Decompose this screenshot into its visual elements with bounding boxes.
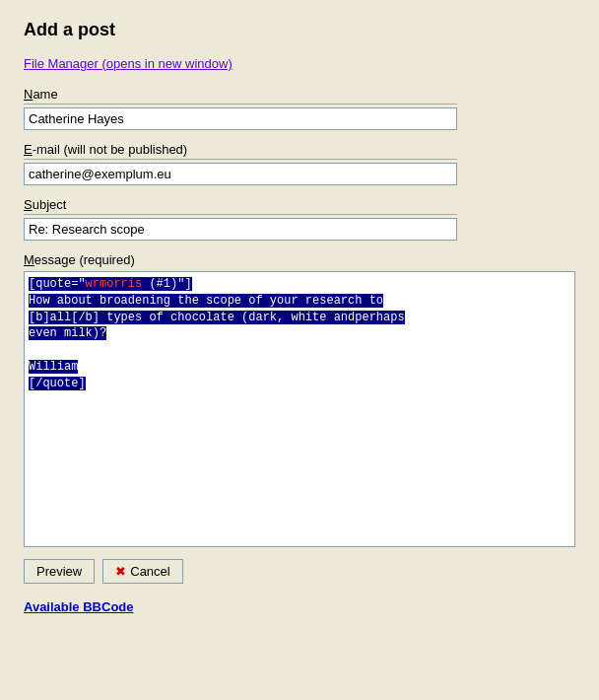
message-label-underline: M — [24, 252, 34, 267]
message-label: Message (required) — [24, 252, 575, 267]
message-textarea[interactable]: [quote="wrmorris (#1)"] How about broade… — [24, 271, 575, 547]
page-title: Add a post — [24, 20, 575, 40]
message-group: Message (required) [quote="wrmorris (#1)… — [24, 252, 575, 547]
name-group: Name — [24, 87, 575, 130]
cancel-icon: ✖ — [115, 564, 126, 579]
file-manager-link[interactable]: File Manager (opens in new window) — [24, 56, 233, 71]
email-input[interactable] — [24, 163, 457, 185]
email-divider — [24, 159, 457, 160]
button-row: Preview ✖ Cancel — [24, 559, 575, 584]
preview-button[interactable]: Preview — [24, 559, 95, 584]
cancel-button[interactable]: ✖ Cancel — [102, 559, 182, 584]
name-label: Name — [24, 87, 575, 102]
message-content: [quote="wrmorris (#1)"] How about broade… — [29, 276, 570, 392]
subject-label: Subject — [24, 197, 575, 212]
email-label: E-mail (will not be published) — [24, 142, 575, 157]
email-label-underline: E — [24, 142, 33, 157]
preview-label: Preview — [36, 564, 82, 579]
name-label-underline: N — [24, 87, 33, 102]
available-bbcode-link[interactable]: Available BBCode — [24, 599, 134, 614]
subject-label-underline: S — [24, 197, 33, 212]
subject-divider — [24, 214, 457, 215]
subject-group: Subject — [24, 197, 575, 241]
cancel-label: Cancel — [130, 564, 169, 579]
name-input[interactable] — [24, 107, 457, 130]
page-container: Add a post File Manager (opens in new wi… — [0, 0, 599, 700]
name-divider — [24, 104, 457, 105]
email-group: E-mail (will not be published) — [24, 142, 575, 185]
subject-input[interactable] — [24, 218, 457, 241]
